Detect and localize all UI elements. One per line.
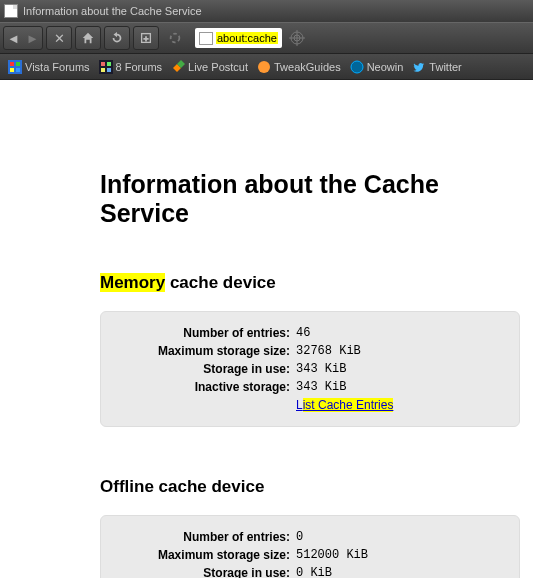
bookmark-tweak[interactable]: TweakGuides [254,58,344,76]
bookmarks-bar: Vista Forums 8 Forums Live Postcut Tweak… [0,54,533,80]
favicon-icon [350,60,364,74]
entries-value: 46 [296,324,310,342]
bookmark-postcut[interactable]: Live Postcut [168,58,251,76]
memory-heading: Memory cache device [100,273,533,293]
new-tab-icon [139,31,153,45]
inactive-storage-label: Inactive storage: [101,378,296,396]
bookmark-twitter[interactable]: Twitter [409,58,464,76]
offline-heading: Offline cache device [100,477,533,497]
new-tab-button[interactable] [133,26,159,50]
reload-button[interactable] [104,26,130,50]
inactive-storage-value: 343 KiB [296,378,346,396]
page-icon [199,32,213,45]
svg-rect-14 [101,68,105,72]
favicon-icon [171,60,185,74]
svg-rect-7 [10,62,14,66]
max-storage-label: Maximum storage size: [101,546,296,564]
max-storage-value: 512000 KiB [296,546,368,564]
favicon-icon [99,60,113,74]
bookmark-label: 8 Forums [116,61,162,73]
offline-device-box: Number of entries:0 Maximum storage size… [100,515,520,578]
list-cache-entries-link[interactable]: List Cache Entries [296,396,393,414]
svg-rect-15 [107,68,111,72]
bookmark-vista[interactable]: Vista Forums [5,58,93,76]
favicon-icon [257,60,271,74]
svg-rect-12 [101,62,105,66]
bookmark-label: Live Postcut [188,61,248,73]
svg-point-17 [351,61,363,73]
page-icon [4,4,18,18]
bookmark-label: Neowin [367,61,404,73]
memory-device-box: Number of entries:46 Maximum storage siz… [100,311,520,427]
bookmark-label: TweakGuides [274,61,341,73]
svg-point-16 [258,61,270,73]
twitter-icon [412,60,426,74]
storage-inuse-label: Storage in use: [101,360,296,378]
bookmark-label: Vista Forums [25,61,90,73]
throbber [162,26,188,50]
storage-inuse-value: 0 KiB [296,564,332,578]
toolbar: ◄ ► ✕ about:cache [0,22,533,54]
home-button[interactable] [75,26,101,50]
storage-inuse-label: Storage in use: [101,564,296,578]
entries-label: Number of entries: [101,528,296,546]
entries-value: 0 [296,528,303,546]
svg-rect-10 [16,68,20,72]
address-bar[interactable]: about:cache [195,28,530,48]
max-storage-label: Maximum storage size: [101,342,296,360]
bookmark-label: Twitter [429,61,461,73]
svg-rect-13 [107,62,111,66]
page-title: Information about the Cache Service [100,170,533,228]
max-storage-value: 32768 KiB [296,342,361,360]
close-icon: ✕ [54,31,65,46]
titlebar: Information about the Cache Service [0,0,533,22]
back-icon: ◄ [7,31,20,46]
nav-back-forward[interactable]: ◄ ► [3,26,43,50]
highlight-text: Memory [100,273,165,292]
forward-icon: ► [26,31,39,46]
bookmark-neowin[interactable]: Neowin [347,58,407,76]
entries-label: Number of entries: [101,324,296,342]
loading-icon [168,31,182,45]
svg-rect-8 [16,62,20,66]
page-content: Information about the Cache Service Memo… [0,80,533,578]
favicon-icon [8,60,22,74]
svg-rect-9 [10,68,14,72]
identity-icon[interactable] [288,29,306,47]
storage-inuse-value: 343 KiB [296,360,346,378]
url-text: about:cache [216,32,278,44]
svg-point-1 [171,34,180,43]
window-title: Information about the Cache Service [23,5,202,17]
bookmark-eight[interactable]: 8 Forums [96,58,165,76]
reload-icon [110,31,124,45]
home-icon [81,31,95,45]
stop-button[interactable]: ✕ [46,26,72,50]
